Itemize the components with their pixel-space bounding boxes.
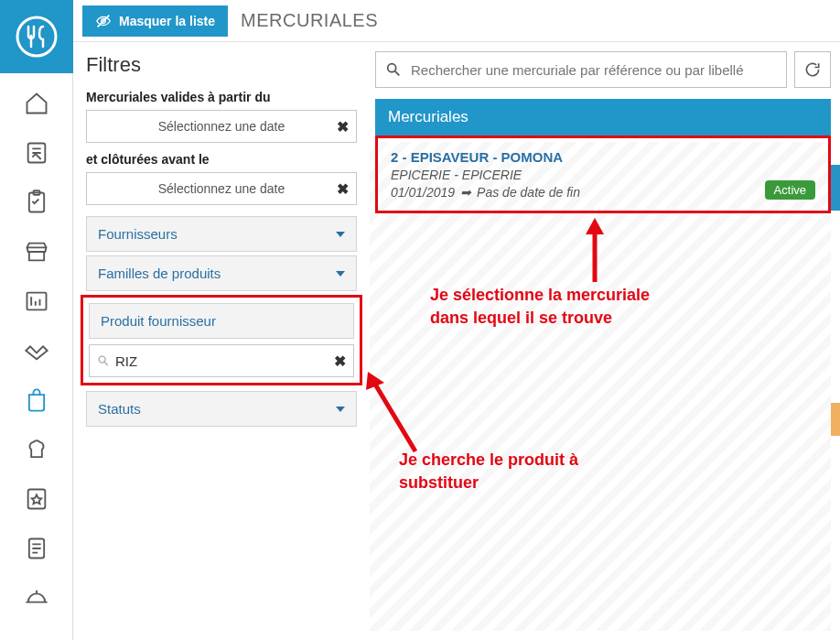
hide-list-button[interactable]: Masquer la liste xyxy=(82,5,228,37)
annotation-arrow xyxy=(361,364,425,460)
svg-point-0 xyxy=(17,17,56,56)
svg-rect-5 xyxy=(28,490,46,509)
svg-point-9 xyxy=(99,356,105,363)
closed-before-input[interactable]: Sélectionnez une date ✖ xyxy=(86,172,357,205)
annotation-arrow xyxy=(581,218,608,286)
date-start: 01/01/2019 xyxy=(391,185,455,200)
sidebar-item-chef[interactable] xyxy=(0,425,73,474)
sidebar-item-checklist[interactable] xyxy=(0,178,73,227)
search-input[interactable] xyxy=(411,62,777,78)
product-search-row: ✖ xyxy=(89,344,354,377)
clear-icon[interactable]: ✖ xyxy=(337,180,349,198)
results-header: Mercuriales xyxy=(375,99,831,136)
accordion-label: Familles de produits xyxy=(98,266,221,281)
accordion-label: Statuts xyxy=(98,401,141,417)
svg-rect-4 xyxy=(27,293,47,310)
search-icon xyxy=(385,61,402,78)
accordion-label: Fournisseurs xyxy=(98,226,178,242)
card-title: 2 - EPISAVEUR - POMONA xyxy=(391,149,815,165)
refresh-icon xyxy=(803,60,822,79)
search-field[interactable] xyxy=(375,51,787,88)
sidebar-item-shop[interactable] xyxy=(0,375,73,425)
date-placeholder: Sélectionnez une date xyxy=(158,181,285,196)
topbar: Masquer la liste MERCURIALES xyxy=(73,0,840,42)
svg-marker-13 xyxy=(586,218,604,234)
accordion-label: Produit fournisseur xyxy=(101,313,216,329)
accordion-suppliers[interactable]: Fournisseurs xyxy=(86,216,357,252)
sidebar-item-doc[interactable] xyxy=(0,524,73,573)
annotation-highlight-card: 2 - EPISAVEUR - POMONA EPICERIE - EPICER… xyxy=(375,136,831,213)
annotation-text-2: Je cherche le produit à substituer xyxy=(399,449,578,494)
annotation-highlight-product: Produit fournisseur ✖ xyxy=(81,295,362,385)
sidebar-item-home[interactable] xyxy=(0,79,73,128)
accordion-supplier-product[interactable]: Produit fournisseur xyxy=(89,303,354,339)
valid-from-label: Mercuriales valides à partir du xyxy=(86,90,357,104)
sidebar-item-favorite[interactable] xyxy=(0,474,73,524)
sidebar-item-serve[interactable] xyxy=(0,573,73,623)
sidebar-item-handshake[interactable] xyxy=(0,326,73,375)
refresh-button[interactable] xyxy=(794,51,831,88)
product-search-input[interactable] xyxy=(115,353,334,369)
cropped-element xyxy=(831,403,840,436)
mercuriale-card[interactable]: 2 - EPISAVEUR - POMONA EPICERIE - EPICER… xyxy=(383,144,823,205)
filters-panel: Filtres Mercuriales valides à partir du … xyxy=(73,42,370,640)
app-logo xyxy=(0,0,73,73)
valid-from-input[interactable]: Sélectionnez une date ✖ xyxy=(86,110,357,143)
card-dates: 01/01/2019 ➡ Pas de date de fin xyxy=(391,185,815,200)
accordion-families[interactable]: Familles de produits xyxy=(86,255,357,291)
chevron-down-icon xyxy=(336,271,345,277)
status-badge: Active xyxy=(765,180,815,200)
sidebar-item-market[interactable] xyxy=(0,227,73,277)
clear-icon[interactable]: ✖ xyxy=(337,118,349,136)
hide-list-label: Masquer la liste xyxy=(119,14,215,28)
date-end: Pas de date de fin xyxy=(477,185,580,200)
arrow-right-icon: ➡ xyxy=(460,185,471,200)
date-placeholder: Sélectionnez une date xyxy=(158,119,285,134)
svg-point-11 xyxy=(388,64,396,72)
card-subtitle: EPICERIE - EPICERIE xyxy=(391,168,815,182)
chevron-down-icon xyxy=(336,407,345,412)
sidebar xyxy=(0,0,73,640)
clear-icon[interactable]: ✖ xyxy=(334,353,346,370)
eye-off-icon xyxy=(95,13,112,29)
svg-line-12 xyxy=(395,71,400,76)
chevron-down-icon xyxy=(336,232,345,237)
search-icon xyxy=(97,354,110,367)
filters-title: Filtres xyxy=(86,53,357,77)
sidebar-item-edit[interactable] xyxy=(0,128,73,178)
accordion-statuses[interactable]: Statuts xyxy=(86,391,357,427)
closed-before-label: et clôturées avant le xyxy=(86,152,357,167)
results-panel: Mercuriales 2 - EPISAVEUR - POMONA EPICE… xyxy=(370,42,840,640)
page-title: MERCURIALES xyxy=(241,10,378,31)
cropped-element xyxy=(831,165,840,211)
sidebar-item-report[interactable] xyxy=(0,277,73,326)
annotation-text-1: Je sélectionne la mercuriale dans lequel… xyxy=(430,284,650,330)
svg-line-10 xyxy=(104,362,108,365)
